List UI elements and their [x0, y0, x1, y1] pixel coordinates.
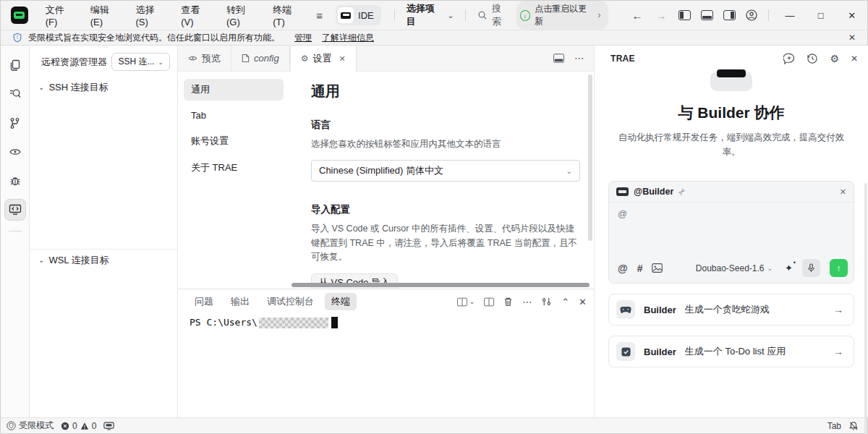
source-control-icon[interactable] [4, 112, 26, 134]
send-button[interactable]: ↑ [830, 259, 848, 277]
svg-text:!: ! [17, 35, 18, 40]
model-selector[interactable]: Doubao-Seed-1.6 ⌄ [696, 263, 773, 273]
hash-icon[interactable]: # [637, 263, 643, 274]
more-actions-icon[interactable]: ⋯ [574, 53, 584, 64]
titlebar: 文件(F) 编辑(E) 选择(S) 查看(V) 转到(G) 终端(T) ≡ ID… [1, 1, 867, 30]
panel-tab-terminal[interactable]: 终端 [325, 293, 357, 310]
split-terminal-button[interactable]: ⌄ [457, 297, 475, 307]
suggestion-snake-game[interactable]: Builder 生成一个贪吃蛇游戏 → [608, 294, 854, 326]
banner-close-icon[interactable]: ✕ [844, 33, 860, 43]
ide-badge-label: IDE [358, 10, 374, 21]
window-maximize-button[interactable]: □ [805, 1, 836, 30]
menu-edit[interactable]: 编辑(E) [83, 1, 129, 30]
settings-nav-about[interactable]: 关于 TRAE [184, 157, 284, 179]
toggle-bottom-panel-button[interactable] [701, 10, 713, 20]
remote-explorer-icon[interactable] [4, 199, 26, 221]
divider [465, 9, 466, 21]
restricted-mode-banner: ! 受限模式旨在实现安全地浏览代码。信任此窗口以启用所有功能。 管理 了解详细信… [1, 30, 867, 46]
tab-config[interactable]: config [231, 46, 290, 71]
chat-close-icon[interactable]: ✕ [840, 187, 846, 197]
sidebar-empty-area [30, 98, 177, 249]
mention-icon[interactable]: @ [618, 263, 628, 274]
status-bar: 受限模式 0 0 Tab [1, 417, 867, 433]
manage-link[interactable]: 管理 [294, 32, 312, 44]
chat-input-card: @Builder ✂ ✕ @ @ # Doubao-Seed-1.6 ⌄ ✦ [608, 181, 854, 284]
agent-name[interactable]: @Builder [634, 187, 673, 197]
window-minimize-button[interactable]: — [775, 1, 806, 30]
chat-text-input[interactable]: @ [609, 203, 854, 255]
problems-status[interactable]: 0 0 [61, 421, 96, 431]
tab-completion-label[interactable]: Tab [827, 421, 841, 431]
new-chat-icon[interactable] [783, 53, 795, 64]
editor-tab-bar: 预览 config ⚙ 设置 ✕ ⋯ [178, 46, 594, 72]
learn-more-link[interactable]: 了解详细信息 [322, 32, 374, 44]
explorer-icon[interactable] [4, 54, 26, 76]
tab-close-icon[interactable]: ✕ [339, 54, 345, 64]
redacted-username [259, 318, 328, 328]
settings-page-title: 通用 [311, 82, 580, 101]
agent-status-icon[interactable] [103, 422, 114, 430]
nav-forward-button[interactable]: → [650, 7, 673, 24]
tab-preview[interactable]: 预览 [178, 46, 231, 71]
main-area: 远程资源管理器 SSH 连... ⌄ ⌄ SSH 连接目标 ⌄ WSL 连接目标 [1, 46, 867, 417]
menu-terminal[interactable]: 终端(T) [265, 1, 310, 30]
terminal-settings-icon[interactable] [541, 297, 552, 307]
vertical-scrollbar[interactable] [588, 75, 592, 241]
history-icon[interactable] [807, 53, 818, 64]
menu-go[interactable]: 转到(G) [219, 1, 265, 30]
warning-count: 0 [92, 421, 97, 431]
enhance-prompt-icon[interactable]: ✦ [785, 263, 793, 273]
error-icon [61, 422, 69, 430]
menu-view[interactable]: 查看(V) [174, 1, 219, 30]
project-selector[interactable]: 选择项目 ⌄ [401, 0, 460, 31]
close-panel-icon[interactable]: ✕ [851, 54, 858, 64]
menu-file[interactable]: 文件(F) [38, 1, 83, 30]
close-panel-icon[interactable]: ✕ [579, 297, 587, 307]
hamburger-menu-icon[interactable]: ≡ [310, 7, 328, 25]
maximize-panel-icon[interactable]: ⌃ [561, 297, 569, 307]
split-editor-icon[interactable] [553, 54, 564, 63]
search-button[interactable]: 搜索 [472, 0, 516, 31]
suggestion-todo-app[interactable]: Builder 生成一个 To-Do list 应用 → [608, 336, 854, 367]
voice-input-button[interactable] [802, 259, 820, 277]
nav-back-button[interactable]: ← [626, 7, 650, 24]
app-logo-icon [11, 7, 28, 24]
remote-type-select[interactable]: SSH 连... ⌄ [111, 53, 170, 71]
image-attach-icon[interactable] [652, 263, 663, 273]
split-panel-icon[interactable] [484, 297, 494, 307]
window-close-button[interactable]: ✕ [836, 1, 867, 30]
debug-icon[interactable] [4, 170, 26, 192]
tab-settings[interactable]: ⚙ 设置 ✕ [290, 46, 357, 72]
horizontal-scrollbar[interactable] [292, 283, 590, 287]
account-icon[interactable] [746, 9, 757, 21]
bell-slash-icon[interactable] [848, 421, 859, 431]
ide-mode-badge[interactable]: IDE [336, 5, 381, 25]
terminal-view[interactable]: PS C:\Users\ [178, 311, 594, 417]
panel-tab-problems[interactable]: 问题 [188, 293, 220, 310]
restart-update-button[interactable]: ↓ 点击重启以更新 › [516, 1, 608, 30]
language-select[interactable]: Chinese (Simplified) 简体中文 ⌄ [311, 160, 580, 182]
remote-type-value: SSH 连... [118, 56, 154, 68]
divider [394, 9, 395, 21]
more-actions-icon[interactable]: ⋯ [522, 297, 532, 307]
ssh-targets-section[interactable]: ⌄ SSH 连接目标 [30, 77, 177, 98]
vertical-scrollbar[interactable] [864, 183, 867, 434]
panel-tab-debug[interactable]: 调试控制台 [260, 293, 320, 310]
settings-nav-tab[interactable]: Tab [184, 106, 284, 125]
settings-content: 通用 语言 选择您喜欢的按钮标签和应用内其他文本的语言 Chinese (Sim… [286, 72, 590, 289]
menu-selection[interactable]: 选择(S) [129, 1, 174, 30]
settings-nav-account[interactable]: 账号设置 [184, 130, 284, 152]
eye-icon[interactable] [4, 141, 26, 163]
gear-icon[interactable]: ⚙ [830, 53, 839, 64]
import-section-title: 导入配置 [311, 203, 580, 216]
toggle-right-sidebar-button[interactable] [723, 10, 736, 20]
wsl-targets-section[interactable]: ⌄ WSL 连接目标 [30, 250, 177, 271]
settings-nav: 通用 Tab 账号设置 关于 TRAE [178, 72, 286, 289]
search-icon[interactable] [4, 83, 26, 105]
trash-icon[interactable] [503, 297, 513, 307]
restricted-mode-status[interactable]: 受限模式 [7, 420, 54, 432]
scissors-icon[interactable]: ✂ [676, 185, 689, 197]
toggle-left-sidebar-button[interactable] [678, 10, 691, 20]
panel-tab-output[interactable]: 输出 [224, 293, 256, 310]
settings-nav-general[interactable]: 通用 [184, 79, 284, 101]
